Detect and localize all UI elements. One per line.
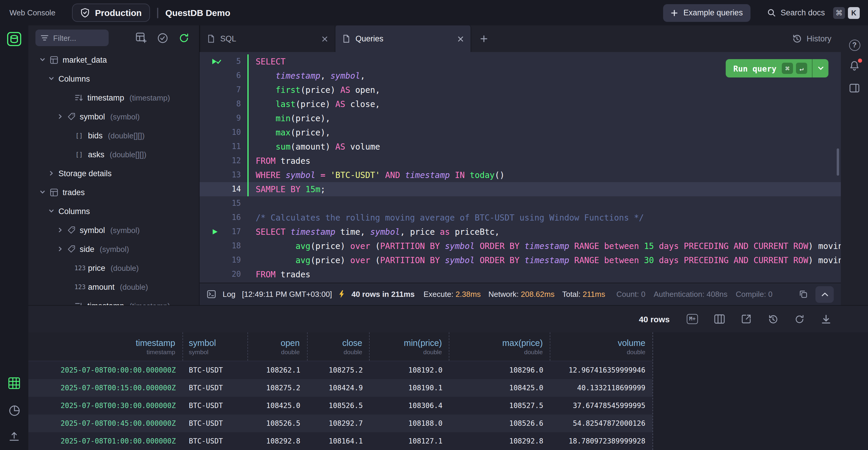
cell-min-price-[interactable]: 108188.0 [370,415,450,432]
refresh-icon[interactable] [794,314,805,324]
tab-queries[interactable]: Queries [335,25,471,52]
cell-symbol[interactable]: BTC-USDT [183,415,248,432]
side-panel-icon[interactable] [848,82,860,94]
environment-badge[interactable]: Production [72,4,150,22]
new-tab-icon[interactable] [471,25,496,52]
chevron-right-icon[interactable] [57,246,63,252]
code-line-14[interactable]: 14SAMPLE BY 15m; [199,182,841,196]
grid-view-icon[interactable] [8,377,21,390]
code-line-10[interactable]: 10 max(price), [199,125,841,140]
chevron-down-icon[interactable] [812,59,829,78]
tree-item-columns[interactable]: Columns [28,69,199,88]
code-line-13[interactable]: 13WHERE symbol = 'BTC-USDT' AND timestam… [199,168,841,182]
run-query-button[interactable]: Run query ⌘ ↵ [726,59,829,78]
column-header-max-price-[interactable]: max(price)double [450,332,551,361]
collapse-log-button[interactable] [815,286,834,303]
cell-volume[interactable]: 12.967416359999946 [550,361,652,379]
cell-timestamp[interactable]: 2025-07-08T00:00:00.000000Z [28,361,183,379]
tree-item-timestamp[interactable]: timestamp(timestamp) [28,88,199,107]
export-icon[interactable] [741,314,752,324]
copy-icon[interactable] [799,290,808,299]
cell-max-price-[interactable]: 108526.6 [450,415,551,432]
chevron-down-icon[interactable] [39,57,45,63]
cell-close[interactable]: 108526.5 [307,397,370,415]
cell-timestamp[interactable]: 2025-07-08T01:00:00.000000Z [28,432,183,450]
query-history-icon[interactable] [768,314,778,324]
cell-volume[interactable]: 18.780972389999928 [550,432,652,450]
tab-sql[interactable]: SQL [199,25,335,52]
download-icon[interactable] [821,314,831,324]
notifications-bell-icon[interactable] [848,60,860,72]
search-docs-button[interactable]: Search docs ⌘ K [767,7,860,19]
code-line-19[interactable]: 19 avg(price) over (PARTITION BY symbol … [199,253,841,267]
cell-volume[interactable]: 40.1332118699999 [550,379,652,397]
markdown-copy-icon[interactable]: M+ [687,314,698,324]
column-header-timestamp[interactable]: timestamptimestamp [28,332,183,361]
cell-volume[interactable]: 37.67478545999995 [550,397,652,415]
cell-max-price-[interactable]: 108296.0 [450,361,551,379]
close-icon[interactable] [458,36,464,42]
code-line-16[interactable]: 16/* Calculates the rolling moving avera… [199,210,841,225]
filter-input[interactable] [53,33,103,42]
column-header-symbol[interactable]: symbolsymbol [183,332,248,361]
cell-min-price-[interactable]: 108192.0 [370,361,450,379]
run-statement-icon[interactable] [211,58,221,65]
tree-item-timestamp[interactable]: timestamp(timestamp) [28,296,199,305]
chevron-right-icon[interactable] [57,114,63,119]
example-queries-button[interactable]: Example queries [663,4,750,22]
chevron-down-icon[interactable] [49,208,54,214]
cell-symbol[interactable]: BTC-USDT [183,379,248,397]
tree-item-storage-details[interactable]: Storage details [28,164,199,183]
history-button[interactable]: History [792,25,831,52]
code-line-11[interactable]: 11 sum(amount) AS volume [199,140,841,154]
tree-item-columns[interactable]: Columns [28,202,199,221]
cell-timestamp[interactable]: 2025-07-08T00:15:00.000000Z [28,379,183,397]
tree-item-symbol[interactable]: symbol(symbol) [28,107,199,126]
cell-close[interactable]: 108164.1 [307,432,370,450]
cell-close[interactable]: 108275.2 [307,361,370,379]
tree-item-side[interactable]: side(symbol) [28,240,199,258]
cell-volume[interactable]: 54.82547872000126 [550,415,652,432]
editor-scrollbar-thumb[interactable] [837,148,839,176]
import-icon[interactable] [8,430,21,443]
column-header-close[interactable]: closedouble [307,332,370,361]
tree-item-asks[interactable]: []asks(double[][]) [28,145,199,164]
chevron-right-icon[interactable] [57,227,63,233]
chevron-down-icon[interactable] [49,76,54,82]
filter-box[interactable] [35,30,108,46]
code-line-17[interactable]: 17SELECT timestamp time, symbol, price a… [199,225,841,239]
cell-open[interactable]: 108262.1 [248,361,307,379]
tree-item-trades[interactable]: trades [28,183,199,202]
help-icon[interactable]: ? [848,39,860,51]
code-line-12[interactable]: 12FROM trades [199,154,841,168]
code-line-9[interactable]: 9 min(price), [199,111,841,125]
sql-editor[interactable]: 5SELECT6 timestamp, symbol,7 first(price… [199,52,841,283]
cell-close[interactable]: 108292.7 [307,415,370,432]
tree-item-market-data[interactable]: market_data [28,50,199,69]
check-circle-icon[interactable] [157,32,168,44]
cell-open[interactable]: 108275.2 [248,379,307,397]
cell-symbol[interactable]: BTC-USDT [183,432,248,450]
cell-max-price-[interactable]: 108425.0 [450,379,551,397]
cell-min-price-[interactable]: 108127.1 [370,432,450,450]
chevron-right-icon[interactable] [49,170,54,176]
tree-item-bids[interactable]: []bids(double[][]) [28,126,199,145]
chevron-down-icon[interactable] [39,189,45,195]
cell-open[interactable]: 108425.0 [248,397,307,415]
code-line-20[interactable]: 20FROM trades [199,267,841,281]
code-line-8[interactable]: 8 last(price) AS close, [199,97,841,111]
code-line-18[interactable]: 18 avg(price) over (PARTITION BY symbol … [199,239,841,253]
column-header-min-price-[interactable]: min(price)double [370,332,450,361]
tree-item-price[interactable]: 123price(double) [28,258,199,277]
cell-max-price-[interactable]: 108527.5 [450,397,551,415]
cell-timestamp[interactable]: 2025-07-08T00:30:00.000000Z [28,397,183,415]
cell-open[interactable]: 108292.8 [248,432,307,450]
add-table-icon[interactable] [135,32,147,44]
cell-timestamp[interactable]: 2025-07-08T00:45:00.000000Z [28,415,183,432]
tree-item-amount[interactable]: 123amount(double) [28,277,199,296]
cell-symbol[interactable]: BTC-USDT [183,397,248,415]
close-icon[interactable] [322,36,328,42]
run-statement-icon[interactable] [211,228,218,235]
tree-item-symbol[interactable]: symbol(symbol) [28,221,199,240]
column-header-volume[interactable]: volumedouble [550,332,652,361]
